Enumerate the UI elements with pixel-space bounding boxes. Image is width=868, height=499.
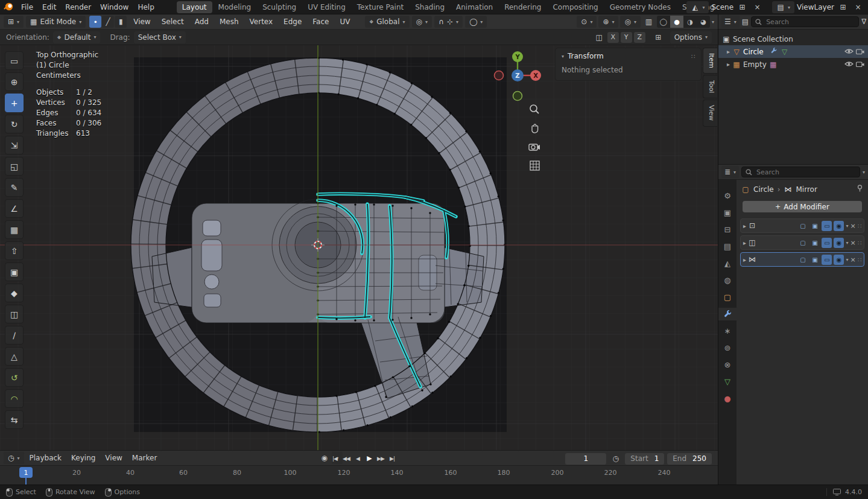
workspace-tab-geometry-nodes[interactable]: Geometry Nodes — [604, 1, 676, 13]
outliner-display-mode-icon[interactable]: ▤ — [742, 16, 749, 28]
extras-chevron-icon[interactable]: ▾ — [846, 223, 848, 229]
add-modifier-button[interactable]: + Add Modifier — [743, 201, 862, 212]
gizmo-x-handle[interactable]: X — [530, 70, 541, 81]
outliner-search[interactable] — [751, 16, 859, 27]
use-preview-range-icon[interactable]: ◷ — [609, 453, 622, 465]
xray-toggle[interactable]: ▥ — [642, 16, 655, 28]
mesh-data-icon[interactable]: ▽ — [781, 48, 789, 56]
tab-view-layer[interactable]: ▤ — [718, 240, 737, 253]
play-button[interactable]: ▶ — [364, 453, 375, 464]
current-frame-field[interactable]: 1 — [565, 453, 606, 465]
viewlayer-selector[interactable]: ▤▾ — [772, 1, 794, 13]
jump-to-start-button[interactable]: |◀ — [329, 453, 340, 464]
timeline-ruler[interactable]: 20 40 60 80 100 120 140 160 180 200 220 … — [0, 465, 718, 485]
hide-eye-icon[interactable] — [844, 60, 854, 69]
menu-uv[interactable]: UV — [335, 16, 354, 27]
show-on-cage-toggle[interactable]: ▢ — [797, 255, 808, 265]
menu-edit[interactable]: Edit — [38, 2, 60, 13]
tool-smooth[interactable]: ◠ — [5, 389, 24, 408]
snap-toggle[interactable]: ∩⊹▾ — [434, 16, 463, 28]
expand-icon[interactable]: ▸ — [743, 223, 746, 229]
show-realtime-toggle[interactable]: ▭ — [822, 255, 832, 265]
view-object-types-selector[interactable]: ⊙▾ — [577, 16, 597, 28]
outliner-row-scene-collection[interactable]: ▣ Scene Collection — [718, 33, 868, 45]
gizmo-negative-x-handle[interactable] — [495, 71, 504, 80]
workspace-tab-animation[interactable]: Animation — [451, 1, 498, 13]
rendered-shading-button[interactable]: ◕ — [697, 16, 710, 28]
show-on-cage-toggle[interactable]: ▢ — [797, 238, 808, 248]
mirror-y-button[interactable]: Y — [621, 32, 632, 43]
tab-modifiers[interactable] — [718, 308, 737, 320]
menu-mesh[interactable]: Mesh — [215, 16, 243, 27]
gizmos-toggle[interactable]: ⊕▾ — [598, 16, 618, 28]
tool-options-dropdown[interactable]: Options▾ — [670, 31, 712, 43]
sidebar-tab-item[interactable]: Item — [703, 48, 717, 74]
tool-loop-cut[interactable]: ◫ — [5, 305, 24, 323]
zoom-icon[interactable] — [527, 102, 542, 116]
expand-icon[interactable]: ▸ — [727, 61, 730, 68]
tab-constraints[interactable]: ⊗ — [718, 358, 737, 371]
menu-view[interactable]: View — [129, 16, 154, 27]
panel-grip-icon[interactable]: ∷ — [691, 53, 695, 60]
menu-edge[interactable]: Edge — [279, 16, 306, 27]
workspace-tab-texture-paint[interactable]: Texture Paint — [352, 1, 409, 13]
modifier-row-2[interactable]: ▸ ◫ ▢ ▣ ▭ ◉ ▾ × ∷ — [740, 235, 864, 250]
tab-particles[interactable]: ∗ — [718, 325, 737, 337]
material-preview-button[interactable]: ◑ — [683, 16, 697, 28]
mirror-z-button[interactable]: Z — [634, 32, 645, 43]
tab-physics[interactable]: ⊚ — [718, 342, 737, 354]
viewlayer-name[interactable]: ViewLayer — [797, 3, 834, 11]
new-viewlayer-icon[interactable]: ⊞ — [837, 1, 849, 13]
outliner-search-input[interactable] — [765, 17, 855, 27]
disable-camera-icon[interactable] — [856, 48, 864, 56]
tab-world[interactable]: ◍ — [718, 274, 737, 287]
menu-playback[interactable]: Playback — [25, 453, 66, 463]
face-select-mode-button[interactable]: ▮ — [115, 16, 127, 28]
workspace-tab-shading[interactable]: Shading — [410, 1, 450, 13]
viewport-3d-scene[interactable] — [0, 45, 718, 450]
new-scene-icon[interactable]: ⊞ — [736, 1, 749, 13]
tool-poly-build[interactable]: △ — [5, 347, 24, 366]
tool-select-box[interactable]: ▭ — [5, 51, 24, 70]
properties-search[interactable] — [741, 167, 860, 177]
remove-modifier-icon[interactable]: × — [850, 256, 855, 264]
outliner-row-circle[interactable]: ▸ ▽ Circle ▽ — [718, 45, 868, 58]
menu-timeline-view[interactable]: View — [101, 453, 126, 463]
solid-shading-button[interactable]: ● — [670, 16, 683, 28]
remove-modifier-icon[interactable]: × — [850, 222, 855, 230]
vertex-select-mode-button[interactable]: ∙ — [89, 16, 101, 28]
playhead[interactable]: 1 — [19, 467, 33, 478]
menu-window[interactable]: Window — [96, 2, 133, 13]
navigation-gizmo[interactable]: Y X Z — [493, 49, 542, 104]
edge-select-mode-button[interactable]: ╱ — [102, 16, 114, 28]
pan-hand-icon[interactable] — [527, 121, 542, 135]
expand-icon[interactable]: ▸ — [743, 256, 746, 263]
sidebar-tab-view[interactable]: View — [703, 100, 717, 126]
timeline-editor-selector[interactable]: ◷▾ — [4, 452, 24, 464]
extras-chevron-icon[interactable]: ▾ — [846, 257, 848, 262]
properties-editor-selector[interactable]: ≣▾ — [721, 166, 739, 178]
next-keyframe-button[interactable]: ▶▶ — [375, 453, 386, 464]
drag-dropdown[interactable]: Select Box▾ — [134, 31, 186, 43]
menu-render[interactable]: Render — [61, 2, 95, 13]
frame-end-field[interactable]: End250 — [667, 453, 712, 465]
drag-handle-icon[interactable]: ∷ — [858, 240, 861, 246]
show-render-toggle[interactable]: ◉ — [834, 255, 844, 265]
workspace-tab-layout[interactable]: Layout — [177, 1, 212, 13]
tool-move[interactable]: + — [5, 94, 24, 112]
mirror-x-button[interactable]: X — [607, 32, 619, 43]
menu-marker[interactable]: Marker — [128, 453, 161, 463]
show-render-toggle[interactable]: ◉ — [834, 221, 844, 231]
tab-scene[interactable]: ◭ — [718, 257, 737, 270]
gizmo-z-handle[interactable]: Z — [512, 69, 524, 81]
menu-help[interactable]: Help — [133, 2, 158, 13]
play-reverse-button[interactable]: ◀ — [352, 453, 363, 464]
editor-type-selector[interactable]: ⊞▾ — [4, 16, 24, 28]
shading-options-chevron[interactable]: ▾ — [712, 19, 714, 25]
tool-edge-slide[interactable]: ⇆ — [5, 410, 24, 429]
disable-camera-icon[interactable] — [856, 60, 864, 69]
tab-render[interactable]: ▣ — [718, 206, 737, 219]
tab-object-data[interactable]: ▽ — [718, 375, 737, 388]
tool-knife[interactable]: ∕ — [5, 326, 24, 345]
sidebar-tab-tool[interactable]: Tool — [703, 75, 717, 98]
